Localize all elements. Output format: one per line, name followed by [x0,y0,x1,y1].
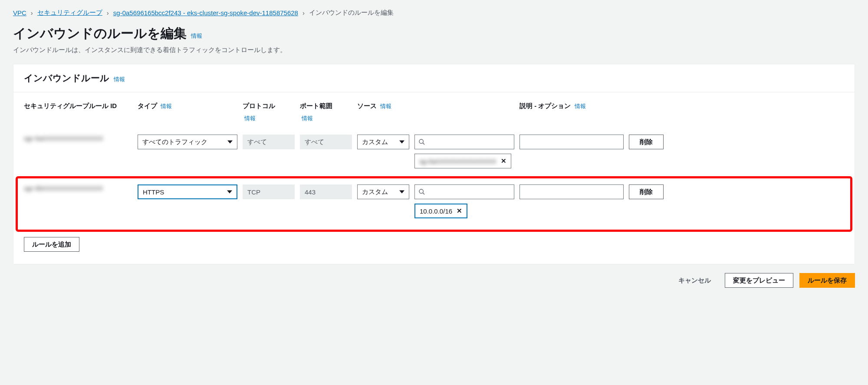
col-port-range: ポート範囲 情報 [300,102,352,122]
rule-id-obscured: sgr-0aXXXXXXXXXXXXXX [24,135,132,142]
breadcrumb-security-groups[interactable]: セキュリティグループ [37,9,102,17]
save-rules-button[interactable]: ルールを保存 [799,273,855,288]
add-rule-button[interactable]: ルールを追加 [24,237,79,252]
rule-row: sgr-0aXXXXXXXXXXXXXX すべてのトラフィック すべて すべて … [24,135,844,168]
source-mode-select[interactable]: カスタム [357,184,409,199]
search-icon [418,138,425,145]
source-chip[interactable]: 10.0.0.0/16 ✕ [414,204,467,218]
inbound-rules-panel: インバウンドルール 情報 セキュリティグループルール ID タイプ 情報 プロト… [13,64,855,264]
caret-down-icon [227,139,233,145]
source-search-input[interactable] [414,135,514,149]
page-title-info-link[interactable]: 情報 [191,32,202,40]
source-mode-value: カスタム [362,138,388,146]
rule-id-obscured: sgr-0bXXXXXXXXXXXXXX [24,184,132,192]
page-title: インバウンドのルールを編集 [13,25,187,43]
col-type: タイプ 情報 [138,102,237,110]
chevron-right-icon: › [31,9,33,16]
breadcrumb: VPC › セキュリティグループ › sg-0a5696165bcc2f243 … [13,9,855,17]
preview-changes-button[interactable]: 変更をプレビュー [725,273,793,288]
col-protocol-info[interactable]: 情報 [244,115,295,122]
cancel-button[interactable]: キャンセル [671,273,719,288]
col-port-range-info[interactable]: 情報 [302,115,352,122]
protocol-readonly: すべて [243,135,295,149]
page-footer-actions: キャンセル 変更をプレビュー ルールを保存 [13,264,855,288]
breadcrumb-vpc[interactable]: VPC [13,9,26,16]
svg-line-1 [423,143,424,145]
svg-point-2 [419,189,423,193]
page-description: インバウンドルールは、インスタンスに到達できる着信トラフィックをコントロールしま… [13,46,855,54]
panel-info-link[interactable]: 情報 [114,76,125,83]
breadcrumb-sg-id[interactable]: sg-0a5696165bcc2f243 - eks-cluster-sg-sp… [113,9,298,16]
panel-title: インバウンドルール [24,72,109,84]
caret-down-icon [399,189,404,194]
source-cell: sg-0aXXXXXXXXXXXXXX ✕ [414,135,514,168]
type-select[interactable]: HTTPS [138,184,237,199]
port-range-readonly: 443 [300,184,352,199]
source-mode-value: カスタム [362,188,388,196]
delete-rule-button[interactable]: 削除 [629,184,664,199]
type-select[interactable]: すべてのトラフィック [138,135,237,149]
remove-chip-icon[interactable]: ✕ [501,157,506,165]
chevron-right-icon: › [302,9,305,16]
type-select-value: すべてのトラフィック [142,138,207,146]
source-chip-label: 10.0.0.0/16 [420,207,452,215]
source-mode-select[interactable]: カスタム [357,135,409,149]
delete-rule-button[interactable]: 削除 [629,135,664,149]
type-select-value: HTTPS [143,188,164,196]
description-input[interactable] [519,135,624,149]
col-description: 説明 - オプション 情報 [519,102,624,110]
breadcrumb-current: インバウンドのルールを編集 [309,9,394,17]
highlighted-rule: sgr-0bXXXXXXXXXXXXXX HTTPS TCP 443 カスタム [16,176,852,232]
svg-line-3 [423,193,424,194]
col-rule-id: セキュリティグループルール ID [24,102,132,110]
description-input[interactable] [519,184,624,199]
rules-column-headers: セキュリティグループルール ID タイプ 情報 プロトコル 情報 ポート範囲 情… [24,102,844,122]
col-source-info[interactable]: 情報 [380,103,391,109]
caret-down-icon [227,189,232,194]
chevron-right-icon: › [107,9,109,16]
svg-point-0 [419,139,423,143]
source-cell: 10.0.0.0/16 ✕ [414,184,514,218]
port-range-readonly: すべて [300,135,352,149]
rule-row: sgr-0bXXXXXXXXXXXXXX HTTPS TCP 443 カスタム [24,184,844,218]
source-chip[interactable]: sg-0aXXXXXXXXXXXXXX ✕ [414,154,511,168]
protocol-readonly: TCP [243,184,295,199]
source-chip-label-obscured: sg-0aXXXXXXXXXXXXXX [419,158,496,165]
source-search-input[interactable] [414,184,514,199]
remove-chip-icon[interactable]: ✕ [457,207,462,215]
col-protocol: プロトコル 情報 [243,102,295,122]
caret-down-icon [399,139,404,145]
col-source: ソース 情報 [357,102,409,110]
col-description-info[interactable]: 情報 [575,103,586,109]
col-type-info[interactable]: 情報 [161,103,172,109]
search-icon [418,188,425,195]
